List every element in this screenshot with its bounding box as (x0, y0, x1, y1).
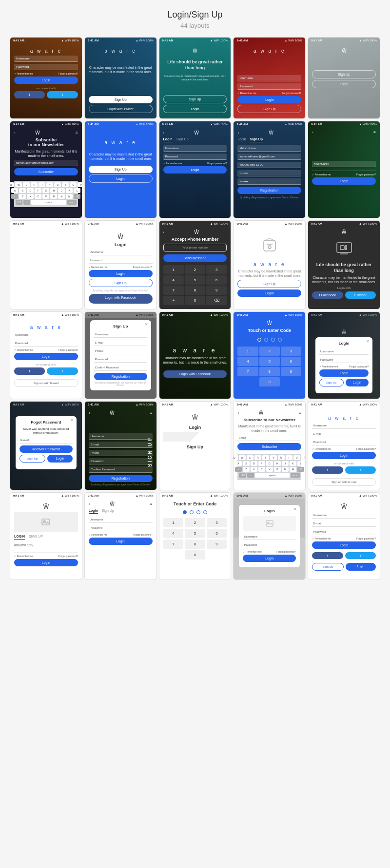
email-field[interactable]: Email (237, 435, 301, 441)
key-7[interactable]: 7 (163, 286, 184, 295)
forgot-password[interactable]: Forgot password? (133, 533, 153, 536)
username-field[interactable]: MuchKarev (312, 161, 376, 167)
login-tab[interactable]: Login (346, 379, 369, 386)
key-2[interactable]: 2 (259, 347, 280, 356)
key-k[interactable]: K (66, 188, 73, 193)
username-field[interactable]: Username (89, 433, 153, 440)
login-button[interactable]: Login (312, 452, 376, 459)
key-1[interactable]: 1 (163, 518, 184, 527)
remember-me[interactable]: ✓ Remember me (89, 533, 107, 536)
key-s[interactable]: S (243, 461, 250, 466)
forgot-password[interactable]: Forgot password? (276, 550, 296, 553)
facebook-button[interactable]: f (312, 552, 343, 559)
key-t[interactable]: T (39, 182, 45, 187)
facebook-login[interactable]: Login with Facebook (89, 294, 153, 304)
forgot-password[interactable]: Forgot password? (349, 365, 369, 368)
key-8[interactable]: 8 (259, 367, 280, 376)
username-field[interactable]: Username (163, 145, 227, 152)
key-r[interactable]: R (254, 455, 261, 460)
login-button[interactable]: Login (14, 559, 78, 566)
signup-tab[interactable]: Sign Up (312, 563, 343, 571)
key-3[interactable]: 3 (281, 347, 301, 356)
login-with-facebook[interactable]: Login with Facebook (163, 370, 227, 378)
key-i[interactable]: I (286, 455, 292, 460)
key-6[interactable]: 6 (207, 529, 227, 538)
forgot-password[interactable]: Forgot password? (207, 162, 227, 165)
remember-me[interactable]: ✓ Remember me (243, 550, 261, 553)
back-button[interactable]: ‹ (14, 131, 16, 135)
key-k[interactable]: K (290, 461, 296, 466)
key-w[interactable]: W (239, 455, 246, 460)
key-v[interactable]: V (42, 194, 49, 199)
facebook-button[interactable]: f (14, 91, 45, 98)
key-0[interactable]: 0 (185, 550, 205, 559)
password-field[interactable]: Password (319, 357, 369, 363)
key-g[interactable]: G (266, 461, 273, 466)
key-123[interactable]: 123 (239, 473, 246, 478)
key-s[interactable]: S (19, 188, 26, 193)
key-z[interactable]: Z (19, 194, 26, 199)
key-r[interactable]: R (31, 182, 38, 187)
username-field[interactable]: Username (319, 348, 369, 355)
forgot-password[interactable]: Forgot password? (356, 173, 376, 176)
key-l[interactable]: L (74, 188, 80, 193)
tab-signup[interactable]: Sign Up (250, 137, 263, 142)
key-space[interactable]: space (255, 473, 290, 478)
username-field[interactable]: Username (237, 75, 301, 81)
key-2[interactable]: 2 (185, 518, 205, 527)
key-h[interactable]: H (50, 188, 57, 193)
key-4[interactable]: 4 (163, 529, 184, 538)
modal-close[interactable]: ✕ (293, 507, 297, 511)
key-plus[interactable]: + (163, 296, 184, 305)
username-field[interactable]: Username (14, 332, 78, 338)
key-i[interactable]: I (62, 182, 69, 187)
key-n[interactable]: N (282, 467, 289, 472)
key-0[interactable]: 0 (259, 377, 280, 386)
login-button[interactable]: Login (319, 369, 369, 377)
remember-me[interactable]: ✓ Remember me (312, 447, 331, 450)
phone-field[interactable]: Your phone number (163, 244, 227, 251)
tab-signup[interactable]: Sign Up (176, 137, 189, 142)
phone-field[interactable]: Phone (94, 348, 147, 354)
signup-button[interactable]: Sign Up (89, 96, 153, 103)
signup-button[interactable]: Sign Up (20, 455, 45, 463)
remember-me[interactable]: ✓ Remember me (163, 162, 182, 165)
forgot-password[interactable]: Forgot password? (58, 348, 78, 351)
twitter-button[interactable]: t (47, 367, 78, 375)
login-button[interactable]: Login (312, 80, 376, 88)
modal-close[interactable]: ✕ (70, 418, 74, 423)
key-t[interactable]: T (262, 455, 269, 460)
key-b[interactable]: B (274, 467, 281, 472)
remember-me[interactable]: ✓ Remember me (14, 555, 33, 558)
key-7[interactable]: 7 (237, 367, 258, 376)
key-emoji[interactable]: ☺ (247, 473, 254, 478)
back-button[interactable]: ‹ (89, 502, 90, 506)
username-field[interactable]: Username (89, 249, 153, 255)
key-return[interactable]: return (291, 473, 300, 478)
key-2[interactable]: 2 (185, 265, 205, 274)
key-x[interactable]: X (27, 194, 34, 199)
email-field[interactable]: E-mail (312, 431, 376, 437)
remember-me[interactable]: ✓ Remember me (14, 72, 33, 75)
remember-me[interactable]: ✓ Remember me (89, 266, 107, 269)
password-field[interactable]: Password (89, 458, 153, 464)
key-z[interactable]: Z (243, 467, 250, 472)
email-field[interactable]: E-mail (312, 521, 376, 527)
username-field[interactable]: #MuchKarov (237, 145, 301, 152)
tab-login[interactable]: LOGIN (14, 535, 25, 540)
remember-me[interactable]: ✓ Remember me (312, 537, 331, 540)
login-button[interactable]: Login (312, 541, 376, 549)
forgot-password[interactable]: Forgot password? (356, 537, 376, 540)
twitter-button[interactable]: t (47, 91, 78, 98)
send-message-button[interactable]: Send Message (163, 254, 227, 262)
email-field[interactable]: E-mail (94, 340, 147, 346)
key-q[interactable]: Q (233, 455, 237, 460)
password-field[interactable]: Password (312, 529, 376, 535)
signup-button[interactable]: Sign Up (237, 280, 301, 288)
key-h[interactable]: H (274, 461, 281, 466)
twitter-button[interactable]: t (345, 552, 376, 559)
tab-login[interactable]: Login (237, 137, 246, 142)
username-field[interactable]: Username (89, 517, 153, 523)
email-field[interactable]: E-mail (89, 442, 153, 448)
email-field[interactable]: E-mail (20, 437, 73, 444)
